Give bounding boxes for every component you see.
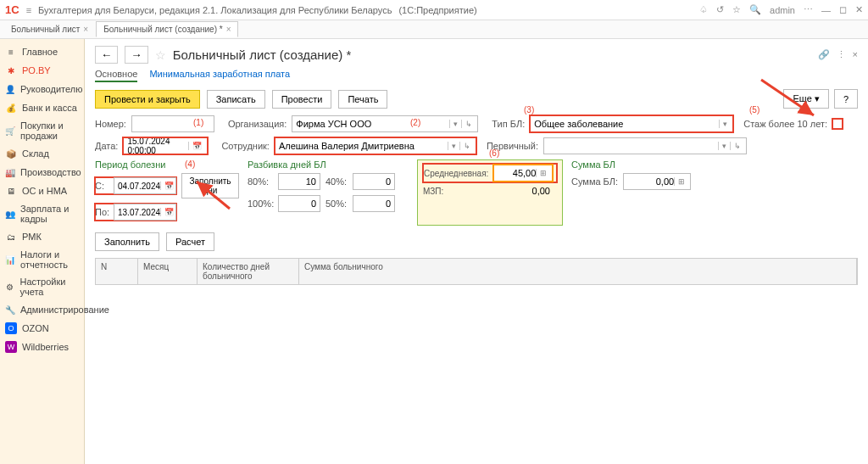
org-label: Организация: [228, 119, 287, 129]
calc-button[interactable]: Расчет [166, 232, 214, 251]
date-input[interactable]: 15.07.2024 0:00:00📅 [123, 137, 208, 154]
close-icon[interactable]: × [226, 25, 231, 34]
sidebar: ≡Главное ✱PO.BY 👤Руководителю 💰Банк и ка… [0, 39, 85, 464]
emp-label: Сотрудник: [221, 141, 270, 151]
forward-button[interactable]: → [125, 46, 147, 64]
logo-icon: 1C [5, 3, 19, 16]
sidebar-item-ozon[interactable]: OOZON [0, 319, 84, 338]
col-month: Месяц [138, 259, 198, 284]
sidebar-item-label: Руководителю [20, 84, 82, 94]
link-icon[interactable]: 🔗 [818, 49, 830, 60]
close-icon[interactable]: × [83, 25, 88, 34]
exp-checkbox[interactable] [832, 119, 843, 129]
print-button[interactable]: Печать [338, 90, 387, 109]
sidebar-item-salary[interactable]: 👥Зарплата и кадры [0, 200, 84, 227]
from-value: 04.07.2024 [118, 182, 160, 191]
calendar-icon[interactable]: 📅 [160, 208, 177, 216]
search-icon[interactable]: 🔍 [749, 4, 761, 15]
minimize-icon[interactable]: — [821, 5, 831, 15]
org-select[interactable]: Фирма УСН ООО▾↳ [292, 115, 478, 132]
col-sum: Сумма больничного [299, 259, 857, 284]
calc-icon[interactable]: ⊞ [536, 169, 550, 177]
v40-input[interactable] [353, 173, 395, 190]
post-button[interactable]: Провести [272, 90, 332, 109]
sidebar-item-bank[interactable]: 💰Банк и касса [0, 98, 84, 117]
home-icon: ≡ [5, 46, 17, 58]
annotation-1: (1) [193, 118, 203, 127]
more-label: Еще [793, 93, 811, 103]
notifications-icon[interactable]: ♤ [699, 4, 708, 15]
more-button[interactable]: Еще ▾ [783, 89, 828, 109]
tab-sick-list[interactable]: Больничный лист × [3, 21, 96, 37]
tab-sick-create[interactable]: Больничный лист (создание) * × [96, 21, 238, 37]
sidebar-item-assets[interactable]: 🖥ОС и НМА [0, 182, 84, 200]
menu-icon[interactable]: ≡ [26, 5, 31, 15]
sidebar-item-wildberries[interactable]: WWildberries [0, 338, 84, 356]
dropdown-icon[interactable]: ▾ [718, 142, 730, 150]
post-close-button[interactable]: Провести и закрыть [95, 90, 200, 109]
sidebar-item-sales[interactable]: 🛒Покупки и продажи [0, 117, 84, 144]
sub-tab-main[interactable]: Основное [95, 69, 137, 82]
sidebar-item-warehouse[interactable]: 📦Склад [0, 144, 84, 163]
sidebar-item-admin[interactable]: 🔧Администрирование [0, 300, 84, 319]
avg-input[interactable]: 45,00⊞ [493, 165, 553, 182]
settings-icon[interactable]: ⋯ [804, 4, 813, 15]
sidebar-item-label: ОС и НМА [22, 186, 67, 196]
col-n: N [96, 259, 138, 284]
primary-select[interactable]: ▾↳ [543, 137, 747, 154]
calendar-icon[interactable]: 📅 [188, 142, 205, 150]
gear-icon: ⚙ [5, 281, 14, 293]
back-button[interactable]: ← [95, 46, 118, 64]
to-date[interactable]: 13.07.2024📅 [114, 204, 176, 221]
page-title: Больничный лист (создание) * [173, 48, 352, 62]
window-close-icon[interactable]: × [853, 49, 858, 60]
favorite-icon[interactable]: ☆ [732, 4, 741, 15]
sidebar-item-manager[interactable]: 👤Руководителю [0, 80, 84, 98]
annotation-3: (3) [524, 105, 534, 115]
wrench-icon: 🔧 [5, 304, 15, 316]
tab-label: Больничный лист [11, 25, 80, 34]
sum-legend: Сумма БЛ [571, 159, 707, 170]
dropdown-icon[interactable]: ▾ [448, 142, 459, 150]
sub-tab-mzp[interactable]: Минимальная заработная плата [149, 69, 290, 82]
title-bar: 1C ≡ Бухгалтерия для Беларуси, редакция … [0, 0, 868, 20]
v50-input[interactable] [353, 195, 395, 212]
open-icon[interactable]: ↳ [461, 120, 476, 128]
sidebar-item-main[interactable]: ≡Главное [0, 42, 84, 61]
p80-label: 80%: [248, 176, 273, 187]
v100-input[interactable] [278, 195, 320, 212]
sidebar-item-rmk[interactable]: 🗂РМК [0, 227, 84, 246]
fill-button[interactable]: Заполнить [95, 232, 159, 251]
to-value: 13.07.2024 [118, 208, 160, 217]
from-date[interactable]: 04.07.2024📅 [114, 177, 176, 194]
calendar-icon[interactable]: 📅 [160, 182, 177, 190]
dropdown-icon[interactable]: ▾ [449, 120, 461, 128]
open-icon[interactable]: ↳ [730, 142, 744, 150]
star-icon[interactable]: ☆ [155, 48, 166, 62]
calc-icon[interactable]: ⊞ [674, 177, 688, 186]
sidebar-item-settings[interactable]: ⚙Настройки учета [0, 273, 84, 300]
more-menu-icon[interactable]: ⋮ [837, 49, 846, 60]
maximize-icon[interactable]: ◻ [839, 4, 847, 15]
dropdown-icon[interactable]: ▾ [719, 120, 731, 128]
annotation-4: (4) [185, 159, 195, 169]
sidebar-item-poby[interactable]: ✱PO.BY [0, 61, 84, 80]
v80-input[interactable] [278, 173, 320, 190]
sidebar-item-tax[interactable]: 📊Налоги и отчетность [0, 246, 84, 273]
emp-select[interactable]: Алешина Валерия Дмитриевна▾↳ [275, 137, 476, 154]
split-legend: Разбивка дней БЛ [248, 159, 409, 170]
type-select[interactable]: Общее заболевание▾ [530, 115, 733, 132]
user-label[interactable]: admin [770, 5, 795, 15]
open-icon[interactable]: ↳ [459, 142, 474, 150]
save-button[interactable]: Записать [207, 90, 265, 109]
sum-input[interactable]: 0,00⊞ [623, 173, 691, 190]
sidebar-item-label: PO.BY [22, 65, 51, 75]
history-icon[interactable]: ↺ [716, 4, 724, 15]
sidebar-item-production[interactable]: 🏭Производство [0, 163, 84, 182]
number-label: Номер: [95, 119, 126, 129]
help-button[interactable]: ? [834, 89, 858, 109]
app-close-icon[interactable]: ✕ [855, 4, 863, 15]
sum-value: 0,00 [627, 176, 674, 187]
fill-days-button[interactable]: Заполнить дни [181, 173, 239, 198]
annotation-6: (6) [489, 148, 499, 158]
